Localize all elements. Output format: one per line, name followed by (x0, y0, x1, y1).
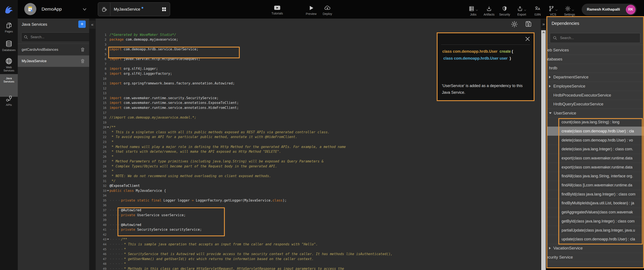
code-line-5[interactable]: 5 (96, 52, 110, 57)
tree-item-hrdb[interactable]: hrdb (547, 63, 644, 73)
dependency-search[interactable] (550, 33, 640, 43)
tree-item-create[interactable]: create(class com.demoapp.hrdb.User) : cl… (547, 127, 644, 136)
code-line-29[interactable]: 29 * (96, 169, 114, 174)
tree-item-delete[interactable]: delete(class java.lang.Integer) : class … (547, 145, 644, 154)
search-input[interactable] (30, 35, 88, 39)
rail-item-apis[interactable]: APIs (0, 93, 18, 114)
code-line-14[interactable]: 14import com.wavemaker.runtime.security.… (96, 96, 218, 101)
editor-settings-icon[interactable] (511, 20, 518, 28)
code-line-22[interactable]: 22 * To avoid exposing an API for a part… (96, 135, 297, 139)
tree-item-getaggregatedvalues[interactable]: getAggregatedValues(class com.wavemak (547, 208, 644, 217)
service-item-MyJavaService[interactable]: MyJavaService (18, 55, 89, 67)
add-service-button[interactable]: + (78, 20, 86, 28)
tree-item-web-services[interactable]: Web Services (547, 46, 644, 55)
code-line-21[interactable]: 21 * This is a singleton class with all … (96, 130, 330, 135)
code-line-27[interactable]: 27 * Method Parameters of type primitive… (96, 159, 324, 164)
tree-item-count[interactable]: count(class java.lang.String) : long (547, 118, 644, 127)
collapse-right-panel-button[interactable]: » (541, 20, 546, 28)
expand-arrow-icon[interactable] (549, 247, 551, 250)
code-line-16[interactable]: 16import com.wavemaker.runtime.service.a… (96, 105, 239, 110)
tree-item-findall[interactable]: findAll(class java.lang.String, interfac… (547, 172, 644, 181)
delete-service-icon[interactable] (80, 47, 85, 52)
code-line-26[interactable]: 26 * (96, 154, 114, 159)
code-line-35[interactable]: 35····private static final Logger logger… (96, 198, 287, 203)
editor-save-icon[interactable] (525, 20, 532, 28)
code-line-8[interactable]: 8import org.slf4j.Logger; (96, 66, 158, 71)
collapse-arrow-icon[interactable] (549, 112, 552, 114)
service-search[interactable] (21, 32, 90, 42)
code-line-46[interactable]: 46·····* SecurityService that is Autowir… (96, 252, 392, 257)
editor-scrollbar[interactable] (541, 30, 546, 270)
tree-item-userservice[interactable]: UserService (547, 109, 644, 118)
wavemaker-logo-icon[interactable] (0, 0, 18, 18)
tree-item-getbyid[interactable]: getById(class java.lang.Integer) : class… (547, 217, 644, 226)
code-line-25[interactable]: 25 * that starts with delete/remove, wil… (96, 149, 281, 154)
topbar-settings-button[interactable]: Settings (560, 6, 579, 16)
code-line-37[interactable]: 37····@Autowired (96, 208, 141, 213)
code-line-44[interactable]: 44·····* This is sample java operation t… (96, 242, 318, 247)
code-line-48[interactable]: 48·····* (96, 261, 126, 266)
code-line-43[interactable]: 43····/** (96, 237, 127, 242)
code-line-17[interactable]: 17 (96, 110, 110, 115)
fold-arrow-icon[interactable] (106, 190, 110, 191)
tree-item-vacationservice[interactable]: VacationService (547, 244, 644, 253)
code-line-10[interactable]: 10 (96, 76, 110, 81)
code-line-24[interactable]: 24 * Method names will play a major role… (96, 144, 346, 149)
code-line-19[interactable]: 19 (96, 120, 110, 125)
tree-item-export[interactable]: export(class com.wavemaker.runtime.data (547, 153, 644, 163)
expand-arrow-icon[interactable] (549, 76, 551, 78)
code-line-47[interactable]: 47·····* getUserName() and getUserId() e… (96, 256, 314, 261)
tree-item-hrdbprocedureexecutorservice[interactable]: HrdbProcedureExecutorService (547, 91, 644, 100)
tree-item-departmentservice[interactable]: DepartmentService (547, 73, 644, 82)
tree-item-partialupdate[interactable]: partialUpdate(class java.lang.Integer, j… (547, 226, 644, 235)
open-file-tab[interactable]: MyJavaService (98, 2, 170, 16)
tree-item-security-service[interactable]: Security Service (547, 253, 644, 262)
topbar-security-button[interactable]: Security (495, 6, 514, 16)
tree-item-findall[interactable]: findAll(class [Lcom.wavemaker.runtime.da (547, 181, 644, 190)
tree-item-hrdbqueryexecutorservice[interactable]: HrdbQueryExecutorService (547, 100, 644, 109)
user-menu[interactable]: Ramesh Kothapalli RK (582, 4, 637, 15)
file-switcher-grid-icon[interactable] (161, 6, 167, 12)
tree-item-update[interactable]: update(class com.demoapp.hrdb.User) : cl… (547, 235, 644, 244)
code-line-18[interactable]: 18//import com.demoapp.myjavaservice.mod… (96, 115, 196, 120)
code-line-4[interactable]: 4import com.demoapp.hrdb.service.UserSer… (96, 47, 198, 52)
code-line-12[interactable]: 12 (96, 86, 110, 91)
code-line-39[interactable]: 39 (96, 218, 110, 223)
code-line-32[interactable]: 32@ExposeToClient (96, 183, 140, 188)
collapse-left-panel-button[interactable]: « (89, 20, 96, 29)
code-line-42[interactable]: 42 (96, 232, 110, 237)
tree-item-findbymultipleids[interactable]: findByMultipleIds(java.util.List, boolea… (547, 199, 644, 208)
code-line-34[interactable]: 34 (96, 193, 110, 198)
code-line-45[interactable]: 45·····* (96, 247, 126, 252)
tree-item-employeeservice[interactable]: EmployeeService (547, 82, 644, 91)
code-line-6[interactable]: 6import javax.servlet.http.HttpServletRe… (96, 57, 200, 62)
code-line-11[interactable]: 11import org.springframework.beans.facto… (96, 81, 235, 86)
project-switcher-chevron-icon[interactable] (82, 6, 88, 12)
scroll-up-arrow-icon[interactable] (542, 31, 545, 33)
code-line-23[interactable]: 23 * (96, 139, 114, 144)
topbar-tutorials-button[interactable]: Tutorials (268, 5, 287, 15)
code-line-3[interactable]: 3 (96, 42, 110, 47)
code-line-40[interactable]: 40····@Autowired (96, 222, 141, 227)
code-line-36[interactable]: 36 (96, 203, 110, 208)
delete-service-icon[interactable] (80, 58, 85, 64)
code-line-7[interactable]: 7 (96, 61, 110, 66)
tree-item-findbyid[interactable]: findById(class java.lang.Integer) : clas… (547, 190, 644, 199)
expand-arrow-icon[interactable] (549, 85, 551, 88)
code-line-9[interactable]: 9import org.slf4j.LoggerFactory; (96, 71, 172, 76)
code-line-38[interactable]: 38····private UserService userService; (96, 213, 186, 218)
tree-item-delete[interactable]: delete(class com.demoapp.hrdb.User) : vo (547, 136, 644, 145)
code-line-2[interactable]: 2package com.demoapp.myjavaservice; (96, 37, 178, 42)
code-line-15[interactable]: 15import com.wavemaker.runtime.service.a… (96, 101, 239, 105)
code-line-41[interactable]: 41····private SecurityService securitySe… (96, 227, 202, 232)
service-item-getCardsAndBalances[interactable]: getCardsAndBalances (18, 44, 89, 55)
code-line-20[interactable]: 20/** (96, 125, 116, 130)
search-input[interactable] (560, 36, 638, 40)
code-line-49[interactable]: 49·····* Methods in this class can decla… (96, 266, 344, 270)
close-icon[interactable] (524, 36, 530, 42)
code-line-31[interactable]: 31 */ (96, 178, 116, 183)
code-line-1[interactable]: 1/*Generated by WaveMaker Studio*/ (96, 32, 176, 37)
topbar-deploy-button[interactable]: Deploy (318, 5, 337, 15)
tree-item-export[interactable]: export(class com.wavemaker.runtime.data (547, 163, 644, 172)
project-avatar[interactable] (24, 3, 36, 15)
